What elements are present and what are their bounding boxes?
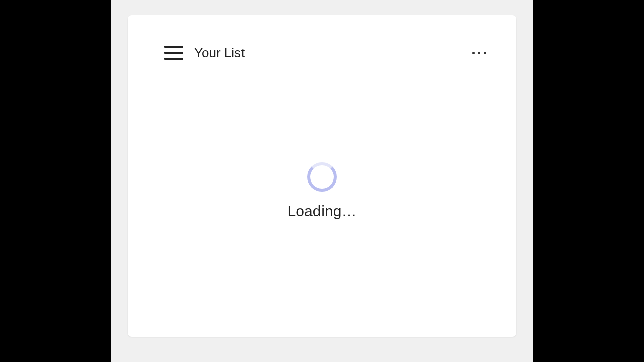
page-title: Your List xyxy=(194,45,245,61)
loading-spinner-icon xyxy=(307,162,337,192)
more-options-icon[interactable] xyxy=(467,47,491,59)
loading-text: Loading… xyxy=(288,203,357,220)
hamburger-menu-icon[interactable] xyxy=(164,46,183,60)
list-card: Your List Loading… xyxy=(128,15,516,337)
app-background: Your List Loading… xyxy=(111,0,533,362)
card-body: Loading… xyxy=(128,75,516,337)
header-left: Your List xyxy=(164,45,245,61)
card-header: Your List xyxy=(128,15,516,75)
